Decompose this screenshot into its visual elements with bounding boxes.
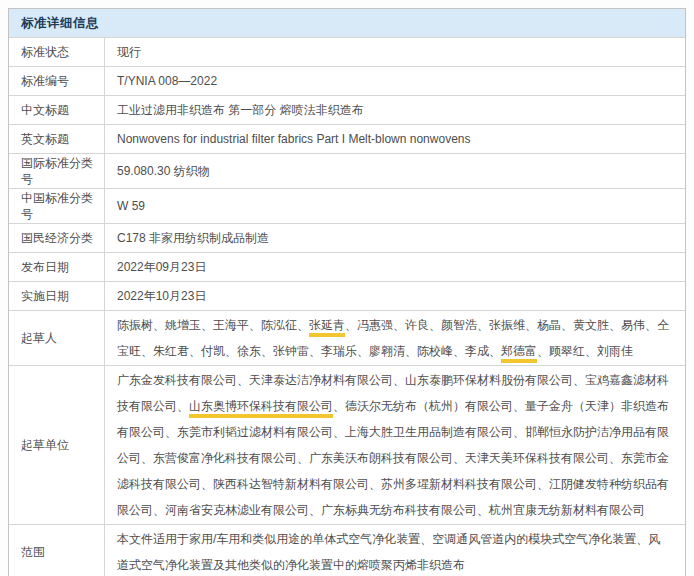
- field-value-english-title: Nonwovens for industrial filter fabrics …: [105, 125, 685, 153]
- table-row-drafters: 起草人 陈振树、姚增玉、王海平、陈泓征、张延青、冯惠强、许良、颜智浩、张振维、杨…: [9, 310, 685, 365]
- field-value-text: 59.080.30 纺织物: [117, 158, 210, 184]
- table-row-drafting-organizations: 起草单位 广东金发科技有限公司、天津泰达洁净材料有限公司、山东泰鹏环保材料股份有…: [9, 365, 685, 524]
- field-label-ccs-number: 中国标准分类号: [9, 189, 105, 223]
- field-label-publish-date: 发布日期: [9, 253, 105, 281]
- table-row-publish-date: 发布日期 2022年09月23日: [9, 252, 685, 281]
- drafters-text: 陈振树、姚增玉、王海平、陈泓征、张延青、冯惠强、许良、颜智浩、张振维、杨晶、黄文…: [117, 312, 671, 364]
- table-row-scope: 范围 本文件适用于家用/车用和类似用途的单体式空气净化装置、空调通风管道内的模块…: [9, 524, 685, 576]
- table-row-standard-number: 标准编号 T/YNIA 008—2022: [9, 66, 685, 95]
- field-value-economy-class: C178 非家用纺织制成品制造: [105, 224, 685, 252]
- text-segment: 陈振树、姚增玉、王海平、陈泓征、: [117, 318, 309, 332]
- field-value-standard-number: T/YNIA 008—2022: [105, 67, 685, 95]
- field-value-text: 工业过滤用非织造布 第一部分 熔喷法非织造布: [117, 97, 364, 123]
- field-value-text: T/YNIA 008—2022: [117, 68, 217, 94]
- field-value-chinese-title: 工业过滤用非织造布 第一部分 熔喷法非织造布: [105, 96, 685, 124]
- field-value-scope: 本文件适用于家用/车用和类似用途的单体式空气净化装置、空调通风管道内的模块式空气…: [105, 525, 685, 576]
- field-label-english-title: 英文标题: [9, 125, 105, 153]
- drafting-organizations-text: 广东金发科技有限公司、天津泰达洁净材料有限公司、山东泰鹏环保材料股份有限公司、宝…: [117, 367, 671, 523]
- field-value-publish-date: 2022年09月23日: [105, 253, 685, 281]
- field-label-drafting-organizations: 起草单位: [9, 366, 105, 524]
- field-value-text: 现行: [117, 39, 141, 65]
- field-label-implement-date: 实施日期: [9, 282, 105, 310]
- text-segment: 、顾翠红、刘雨佳: [537, 344, 633, 358]
- field-value-text: 2022年09月23日: [117, 254, 206, 280]
- table-row-chinese-title: 中文标题 工业过滤用非织造布 第一部分 熔喷法非织造布: [9, 95, 685, 124]
- field-value-ics-number: 59.080.30 纺织物: [105, 154, 685, 188]
- field-value-text: C178 非家用纺织制成品制造: [117, 225, 269, 251]
- field-value-drafters: 陈振树、姚增玉、王海平、陈泓征、张延青、冯惠强、许良、颜智浩、张振维、杨晶、黄文…: [105, 311, 685, 365]
- field-label-chinese-title: 中文标题: [9, 96, 105, 124]
- table-row-english-title: 英文标题 Nonwovens for industrial filter fab…: [9, 124, 685, 153]
- field-value-drafting-organizations: 广东金发科技有限公司、天津泰达洁净材料有限公司、山东泰鹏环保材料股份有限公司、宝…: [105, 366, 685, 524]
- field-label-ics-number: 国际标准分类号: [9, 154, 105, 188]
- table-row-implement-date: 实施日期 2022年10月23日: [9, 281, 685, 310]
- field-value-implement-date: 2022年10月23日: [105, 282, 685, 310]
- table-title: 标准详细信息: [9, 9, 685, 37]
- field-label-scope: 范围: [9, 525, 105, 576]
- table-row-economy-class: 国民经济分类 C178 非家用纺织制成品制造: [9, 223, 685, 252]
- highlighted-name: 郑德富: [501, 344, 537, 363]
- field-value-text: Nonwovens for industrial filter fabrics …: [117, 126, 470, 152]
- field-label-standard-status: 标准状态: [9, 38, 105, 66]
- highlighted-name: 山东奥博环保科技有限公司: [189, 399, 333, 418]
- standard-detail-table: 标准详细信息 标准状态 现行 标准编号 T/YNIA 008—2022 中文标题…: [8, 8, 686, 576]
- table-row-ics-number: 国际标准分类号 59.080.30 纺织物: [9, 153, 685, 188]
- field-label-drafters: 起草人: [9, 311, 105, 365]
- field-value-standard-status: 现行: [105, 38, 685, 66]
- field-value-text: 2022年10月23日: [117, 283, 206, 309]
- field-label-standard-number: 标准编号: [9, 67, 105, 95]
- field-value-text: 本文件适用于家用/车用和类似用途的单体式空气净化装置、空调通风管道内的模块式空气…: [117, 526, 671, 576]
- field-value-text: W 59: [117, 193, 145, 219]
- field-label-economy-class: 国民经济分类: [9, 224, 105, 252]
- table-row-ccs-number: 中国标准分类号 W 59: [9, 188, 685, 223]
- field-value-ccs-number: W 59: [105, 189, 685, 223]
- highlighted-name: 张延青: [309, 318, 345, 337]
- table-row-standard-status: 标准状态 现行: [9, 37, 685, 66]
